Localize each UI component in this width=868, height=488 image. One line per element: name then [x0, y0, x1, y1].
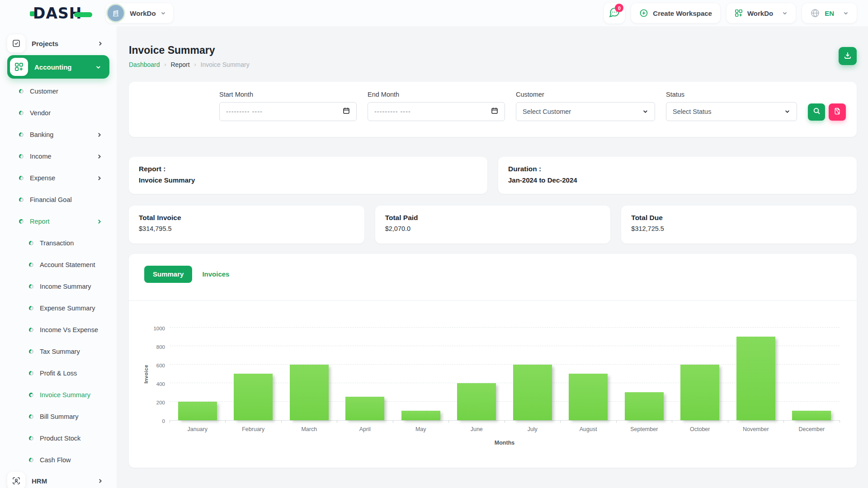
company-menu-label: WorkDo — [747, 9, 773, 17]
bar-october[interactable] — [680, 365, 719, 420]
bar-december[interactable] — [792, 411, 831, 420]
sidebar-item-vendor[interactable]: Vendor — [0, 102, 117, 124]
customer-select[interactable]: Select Customer — [516, 102, 655, 121]
sidebar-item-income-vs-expense[interactable]: Income Vs Expense — [0, 319, 117, 341]
messages-button[interactable]: 0 — [604, 3, 625, 23]
sidebar-item-account-statement[interactable]: Account Statement — [0, 254, 117, 276]
messages-badge: 0 — [615, 4, 623, 12]
sidebar-item-label: Customer — [30, 88, 58, 95]
x-tick-label: September — [616, 426, 672, 432]
end-month-label: End Month — [368, 91, 505, 98]
sidebar-item-label: HRM — [32, 477, 47, 485]
x-tick-label: May — [393, 426, 449, 432]
bullet-icon — [29, 284, 33, 289]
bar-slot — [226, 328, 282, 420]
status-select[interactable]: Select Status — [666, 102, 797, 121]
breadcrumb-dashboard[interactable]: Dashboard — [129, 61, 160, 68]
breadcrumb: Dashboard › Report › Invoice Summary — [129, 61, 250, 68]
bar-august[interactable] — [569, 374, 608, 420]
end-month-input[interactable]: --------- ---- — [368, 102, 505, 121]
start-month-input[interactable]: --------- ---- — [219, 102, 357, 121]
sidebar-item-profit-loss[interactable]: Profit & Loss — [0, 362, 117, 384]
sidebar-item-financial-goal[interactable]: Financial Goal — [0, 189, 117, 211]
sidebar-item-cash-flow[interactable]: Cash Flow — [0, 449, 117, 471]
main-content: Invoice Summary Dashboard › Report › Inv… — [117, 26, 868, 488]
chevron-right-icon: › — [165, 61, 166, 68]
duration-value: Jan-2024 to Dec-2024 — [508, 176, 847, 184]
bar-january[interactable] — [178, 402, 217, 420]
globe-icon — [810, 8, 820, 18]
x-tick-label: December — [784, 426, 840, 432]
bar-slot — [281, 328, 337, 420]
bar-june[interactable] — [457, 383, 496, 420]
sidebar-item-income-summary[interactable]: Income Summary — [0, 276, 117, 297]
sidebar-item-report[interactable]: Report — [0, 211, 117, 232]
sidebar-item-label: Income Summary — [40, 283, 91, 290]
calendar-icon — [491, 107, 498, 116]
sidebar-item-invoice-summary[interactable]: Invoice Summary — [0, 384, 117, 406]
bar-july[interactable] — [513, 365, 552, 420]
sidebar-item-label: Income — [30, 153, 52, 160]
y-tick-label: 1000 — [153, 326, 165, 331]
dash-logo[interactable]: DASH — [30, 5, 92, 22]
chart-card: Summary Invoices Invoice 020040060080010… — [129, 254, 857, 468]
sidebar-item-income[interactable]: Income — [0, 145, 117, 167]
chart-tabs: Summary Invoices — [129, 254, 857, 283]
bar-may[interactable] — [401, 411, 440, 420]
sidebar-item-label: Vendor — [30, 109, 51, 117]
sidebar-item-transaction[interactable]: Transaction — [0, 232, 117, 254]
x-tick-label: March — [281, 426, 337, 432]
language-label: EN — [825, 9, 834, 17]
y-axis: 02004006008001000 — [150, 328, 170, 421]
x-tick-label: February — [226, 426, 282, 432]
bar-slot — [170, 328, 226, 420]
sidebar-item-projects[interactable]: Projects — [7, 33, 109, 53]
sidebar-item-banking[interactable]: Banking — [0, 124, 117, 145]
sidebar-item-label: Invoice Summary — [40, 391, 90, 399]
y-tick-label: 200 — [156, 400, 165, 405]
language-selector[interactable]: EN — [802, 3, 857, 23]
chevron-down-icon — [160, 10, 166, 16]
bar-slot — [393, 328, 449, 420]
gridline — [170, 327, 840, 328]
building-avatar-icon — [108, 5, 124, 21]
header-actions: 0 Create Workspace WorkDo — [604, 3, 857, 23]
bullet-icon — [19, 176, 24, 180]
bar-april[interactable] — [345, 397, 384, 420]
company-menu-button[interactable]: WorkDo — [726, 3, 796, 23]
bar-november[interactable] — [736, 337, 775, 420]
sidebar-item-expense-summary[interactable]: Expense Summary — [0, 297, 117, 319]
create-workspace-button[interactable]: Create Workspace — [631, 3, 720, 23]
sidebar: ProjectsAccountingCustomerVendorBankingI… — [0, 26, 117, 488]
sidebar-item-expense[interactable]: Expense — [0, 167, 117, 189]
file-slash-icon — [834, 108, 841, 117]
tab-invoices[interactable]: Invoices — [202, 270, 229, 278]
bar-march[interactable] — [290, 365, 329, 420]
reset-filter-button[interactable] — [829, 103, 846, 121]
bar-september[interactable] — [625, 392, 664, 420]
sidebar-item-customer[interactable]: Customer — [0, 80, 117, 102]
download-button[interactable] — [839, 47, 857, 65]
calendar-icon — [343, 107, 350, 116]
breadcrumb-current: Invoice Summary — [201, 61, 250, 68]
sidebar-item-tax-summary[interactable]: Tax Summary — [0, 341, 117, 362]
sidebar-item-product-stock[interactable]: Product Stock — [0, 427, 117, 449]
chevron-right-icon — [96, 219, 102, 225]
sidebar-item-label: Profit & Loss — [40, 370, 77, 377]
sidebar-item-label: Product Stock — [40, 435, 80, 442]
bullet-icon — [29, 306, 33, 310]
top-header: DASH WorkDo 0 — [0, 0, 868, 26]
sidebar-item-bill-summary[interactable]: Bill Summary — [0, 406, 117, 427]
customer-label: Customer — [516, 91, 655, 98]
sidebar-item-accounting[interactable]: Accounting — [7, 55, 109, 79]
bar-february[interactable] — [234, 374, 273, 420]
x-tick-label: January — [170, 426, 226, 432]
workspace-switcher[interactable]: WorkDo — [106, 3, 173, 23]
breadcrumb-report[interactable]: Report — [171, 61, 190, 68]
sidebar-item-label: Income Vs Expense — [40, 326, 98, 333]
report-value: Invoice Summary — [139, 176, 477, 184]
sidebar-item-label: Account Statement — [40, 261, 95, 268]
tab-summary[interactable]: Summary — [144, 266, 192, 283]
search-button[interactable] — [808, 103, 825, 121]
sidebar-item-hrm[interactable]: HRM — [7, 471, 109, 488]
